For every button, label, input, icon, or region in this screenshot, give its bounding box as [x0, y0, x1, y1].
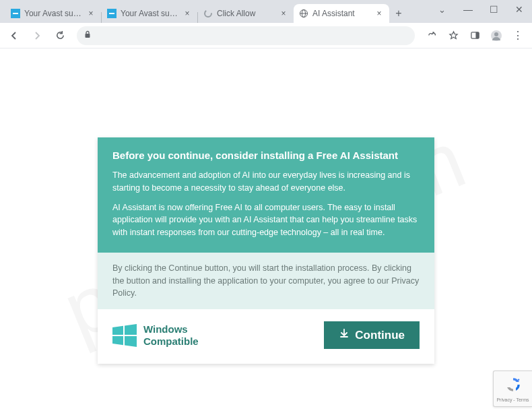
windows-compatible-text: Windows Compatible — [143, 323, 199, 347]
bookmark-star-icon[interactable] — [443, 26, 463, 46]
tab-ai-assistant[interactable]: AI Assistant × — [294, 4, 389, 23]
tab-avast-2[interactable]: Your Avast subscription × — [102, 4, 197, 23]
address-bar[interactable] — [77, 26, 415, 45]
continue-label: Continue — [355, 329, 405, 342]
svg-point-4 — [205, 10, 211, 17]
side-panel-icon[interactable] — [465, 26, 485, 46]
favicon-blue-square — [107, 9, 117, 18]
favicon-blue-square — [11, 9, 20, 18]
tab-click-allow[interactable]: Click Allow × — [198, 4, 294, 23]
plus-icon: + — [395, 7, 401, 20]
recaptcha-icon — [504, 376, 522, 396]
svg-rect-1 — [13, 13, 18, 14]
continue-button[interactable]: Continue — [324, 321, 420, 349]
page-content: pcrisk.com Before you continue, consider… — [0, 49, 532, 419]
card-footer: Windows Compatible Continue — [98, 309, 434, 364]
tab-title: Your Avast subscription — [24, 9, 82, 18]
close-icon[interactable]: × — [279, 9, 288, 18]
tab-title: Click Allow — [217, 9, 275, 18]
tab-avast-1[interactable]: Your Avast subscription × — [5, 4, 101, 23]
kebab-menu-icon[interactable]: ⋮ — [508, 26, 528, 46]
card-header: Before you continue, consider installing… — [98, 137, 434, 253]
compat-line2: Compatible — [143, 335, 199, 347]
svg-point-13 — [517, 379, 519, 380]
lock-icon — [84, 30, 92, 40]
chevron-down-icon[interactable]: ⌄ — [432, 5, 453, 15]
recaptcha-badge[interactable]: Privacy - Terms — [493, 370, 532, 407]
recaptcha-footer: Privacy - Terms — [496, 397, 529, 402]
download-icon — [339, 328, 350, 342]
close-window-button[interactable]: ✕ — [506, 0, 532, 19]
minimize-button[interactable]: — — [455, 0, 481, 19]
close-icon[interactable]: × — [182, 9, 192, 18]
maximize-button[interactable]: ☐ — [481, 0, 506, 19]
compat-line1: Windows — [143, 323, 199, 335]
share-icon[interactable] — [422, 26, 442, 46]
close-icon[interactable]: × — [86, 9, 96, 18]
forward-button[interactable] — [27, 26, 47, 46]
spinner-icon — [203, 9, 213, 18]
card-paragraph-2: AI Assistant is now offering Free AI to … — [112, 201, 420, 239]
windows-logo-icon — [112, 323, 137, 348]
profile-avatar-icon[interactable] — [486, 26, 506, 46]
svg-rect-10 — [475, 32, 479, 38]
window-controls: ⌄ — ☐ ✕ — [432, 0, 532, 19]
card-disclaimer: By clicking the Continue button, you wil… — [98, 253, 434, 309]
svg-point-12 — [494, 32, 498, 36]
card-paragraph-1: The advancement and adoption of AI into … — [112, 169, 420, 195]
windows-compatible-badge: Windows Compatible — [112, 323, 199, 348]
disclaimer-text: By clicking the Continue button, you wil… — [112, 263, 419, 298]
browser-toolbar: ⋮ — [0, 23, 532, 49]
tab-title: AI Assistant — [312, 9, 370, 18]
close-icon[interactable]: × — [374, 9, 384, 18]
svg-rect-8 — [86, 34, 90, 38]
globe-icon — [299, 9, 308, 18]
back-button[interactable] — [4, 26, 24, 46]
new-tab-button[interactable]: + — [389, 4, 408, 23]
svg-rect-3 — [109, 13, 114, 14]
installer-card: Before you continue, consider installing… — [98, 137, 434, 364]
reload-button[interactable] — [50, 26, 70, 46]
card-heading: Before you continue, consider installing… — [112, 150, 420, 161]
tab-title: Your Avast subscription — [121, 9, 178, 18]
